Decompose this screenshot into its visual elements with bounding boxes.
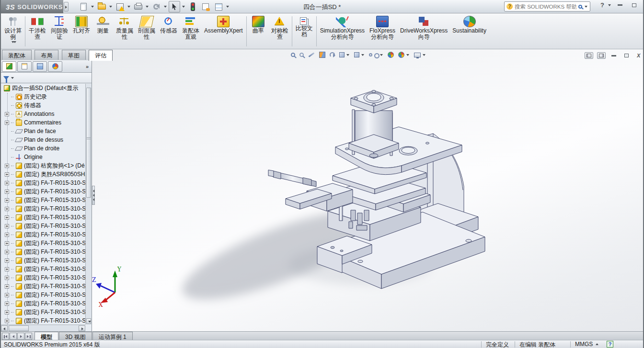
tree-expander[interactable] — [5, 172, 9, 177]
ribbon-button[interactable]: 对称检 查 — [269, 14, 291, 48]
filter-dropdown[interactable] — [11, 77, 14, 79]
doc-restore-button[interactable] — [622, 52, 631, 59]
configuration-manager-tab[interactable] — [33, 61, 47, 72]
last-tab-button[interactable] — [25, 333, 32, 340]
ribbon-button[interactable]: 曲率 — [248, 14, 269, 48]
apply-scene-button[interactable] — [398, 52, 410, 58]
tree-item[interactable]: Plan de droite — [1, 144, 85, 153]
search-input[interactable] — [515, 4, 576, 10]
tree-expander[interactable] — [5, 241, 9, 246]
tree-horizontal-scrollbar[interactable] — [1, 325, 85, 331]
scrollbar-thumb[interactable] — [86, 88, 91, 198]
tree-item[interactable]: Origine — [1, 153, 85, 161]
tree-expander[interactable] — [5, 233, 9, 237]
ribbon-button[interactable]: Sustainability — [450, 14, 489, 48]
zoom-to-area-button[interactable] — [299, 53, 304, 57]
tree-expander[interactable] — [5, 319, 9, 323]
display-style-button[interactable] — [354, 52, 365, 57]
tree-item[interactable]: (固定) FA-T-R015-310-S — [1, 187, 85, 196]
view-settings-button[interactable] — [414, 53, 426, 57]
tree-item[interactable]: (固定) FA-T-R015-310-S — [1, 230, 85, 239]
rotate-view-button[interactable] — [330, 52, 335, 57]
tree-item[interactable]: 传感器 — [1, 101, 85, 110]
search-box[interactable]: ? — [504, 1, 590, 11]
ribbon-button[interactable]: 剖面属 性 — [136, 14, 158, 48]
tree-expander[interactable] — [5, 258, 9, 263]
tree-item[interactable]: (固定) FA-T-R015-310-S — [1, 179, 85, 187]
ribbon-button[interactable]: 干涉检 查 — [26, 14, 48, 48]
tree-item[interactable]: (固定) FA-T-R015-310-S — [1, 308, 85, 316]
tree-item[interactable]: (固定) FA-T-R015-310-S — [1, 239, 85, 247]
next-tab-button[interactable] — [17, 333, 24, 340]
display-manager-tab[interactable] — [48, 61, 62, 72]
ribbon-button[interactable]: 质量属 性 — [114, 14, 136, 48]
search-dropdown[interactable] — [585, 6, 587, 8]
tree-expander[interactable] — [5, 181, 9, 185]
tree-item[interactable]: (固定) FA-T-R015-310-S — [1, 316, 85, 325]
tree-expander[interactable] — [5, 190, 9, 194]
tree-expander[interactable] — [5, 207, 9, 211]
tree-item[interactable]: (固定) FA-T-R015-310-S — [1, 256, 85, 265]
tree-item[interactable]: (固定) FA-T-R015-310-S — [1, 213, 85, 222]
scroll-left-arrow[interactable] — [1, 326, 8, 331]
property-manager-tab[interactable] — [17, 61, 32, 72]
ribbon-button[interactable]: 测量 — [92, 14, 114, 48]
splitter-collapse-arrows[interactable] — [92, 186, 95, 205]
tree-expander[interactable] — [5, 310, 9, 314]
command-tab[interactable]: 草图 — [62, 50, 86, 60]
filter-icon[interactable] — [3, 76, 9, 80]
tree-expander[interactable] — [5, 302, 9, 306]
collapse-pane-right-button[interactable] — [597, 52, 606, 59]
tree-item[interactable]: (固定) FA-T-R015-310-S — [1, 291, 85, 299]
tree-expander[interactable] — [5, 250, 9, 254]
minimize-button[interactable] — [615, 2, 625, 9]
view-orientation-button[interactable] — [339, 52, 350, 57]
document-tab[interactable]: 模型 — [34, 332, 58, 340]
document-tab[interactable]: 运动算例 1 — [92, 332, 133, 340]
help-dropdown[interactable] — [608, 4, 611, 6]
tree-item[interactable]: (固定) 奥胜ASR8050SH2 — [1, 170, 85, 179]
tree-item[interactable]: (固定) FA-T-R015-310-S — [1, 273, 85, 282]
tree-item[interactable]: (固定) FA-T-R015-310-S — [1, 299, 85, 308]
prev-tab-button[interactable] — [10, 333, 17, 340]
tree-item[interactable]: Plan de face — [1, 127, 85, 135]
ribbon-button[interactable]: 孔对齐 — [70, 14, 92, 48]
collapse-pane-left-button[interactable] — [585, 52, 593, 59]
ribbon-button[interactable]: 装配体 直观 — [180, 14, 202, 48]
tree-root-item[interactable]: 四合一插SD (Défaut<显示 — [1, 84, 85, 92]
tree-item[interactable]: (固定) FA-T-R015-310-S — [1, 204, 85, 213]
command-tab[interactable]: 装配体 — [2, 50, 32, 60]
quick-tips-button[interactable]: ? — [607, 341, 613, 348]
command-tab[interactable]: 评估 — [89, 50, 113, 61]
tree-expander[interactable] — [5, 198, 9, 202]
tree-expander[interactable] — [5, 284, 9, 289]
tree-expander[interactable] — [5, 276, 9, 280]
tree-expander[interactable] — [5, 121, 9, 125]
ribbon-button[interactable]: 间隙验 证 — [48, 14, 70, 48]
doc-minimize-button[interactable] — [610, 52, 618, 59]
first-tab-button[interactable] — [2, 333, 9, 340]
tree-item[interactable]: (固定) FA-T-R015-310-S — [1, 196, 85, 204]
hide-show-items-button[interactable] — [369, 53, 383, 56]
ribbon-button[interactable]: AssemblyXpert — [202, 14, 245, 48]
tree-item[interactable]: 历史记录 — [1, 92, 85, 101]
ribbon-button[interactable]: FloXpress 分析向导 — [367, 14, 398, 48]
panel-splitter[interactable] — [92, 60, 95, 331]
hscrollbar-thumb[interactable] — [9, 326, 29, 331]
panel-expand-chevron[interactable]: » — [86, 64, 91, 69]
tree-item[interactable]: (固定) FA-T-R015-310-S — [1, 282, 85, 291]
tree-item[interactable]: (固定) 秸窝脸捣<1> (Dé — [1, 161, 85, 170]
search-icon[interactable] — [578, 5, 582, 9]
ribbon-button[interactable]: 传感器 — [158, 14, 180, 48]
restore-button[interactable] — [629, 2, 639, 9]
document-tab[interactable]: 3D 视图 — [59, 332, 92, 340]
units-selector[interactable]: MMGS — [575, 341, 598, 348]
tree-expander[interactable] — [5, 112, 9, 116]
ribbon-button[interactable]: SimulationXpress 分析向导 — [318, 14, 367, 48]
tree-expander[interactable] — [5, 224, 9, 228]
edit-appearance-button[interactable] — [388, 52, 394, 58]
graphics-viewport[interactable]: Y Z X X — [92, 49, 644, 331]
tree-item[interactable]: A Annotations — [1, 110, 85, 118]
scrollbar-down-arrow[interactable] — [86, 318, 91, 324]
tree-item[interactable]: (固定) FA-T-R015-310-S — [1, 265, 85, 273]
